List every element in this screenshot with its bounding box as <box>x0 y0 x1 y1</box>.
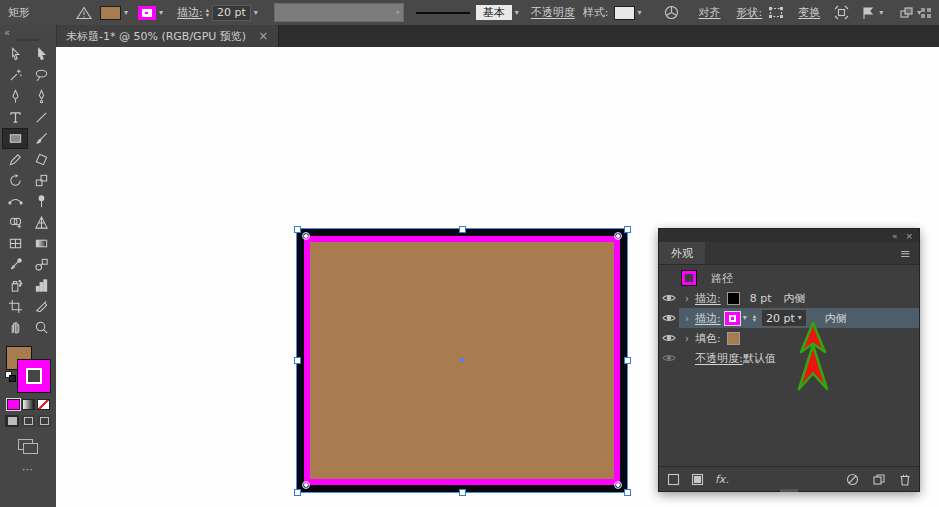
zoom-tool[interactable] <box>28 317 54 338</box>
symbol-sprayer-tool[interactable] <box>2 275 28 296</box>
stroke-color-control[interactable]: ▾ <box>138 6 163 20</box>
chevron-down-icon[interactable]: ▾ <box>743 314 747 322</box>
pencil-tool[interactable] <box>2 149 28 170</box>
recolor-artwork-icon[interactable] <box>664 5 679 20</box>
brush-definition-dropdown[interactable]: 基本 ▾ <box>416 5 519 20</box>
panel-menu-icon[interactable]: ≡ <box>900 246 911 261</box>
screen-mode-button[interactable] <box>18 439 38 453</box>
close-panel-icon[interactable]: × <box>905 231 913 241</box>
fill-row[interactable]: › 填色: <box>659 328 919 348</box>
stroke-weight-stepper[interactable]: ▴ ▾ <box>753 314 756 323</box>
pen-tool[interactable] <box>2 86 28 107</box>
draw-normal-button[interactable] <box>5 415 19 427</box>
expander-icon[interactable]: › <box>679 293 695 304</box>
expander-icon[interactable]: › <box>679 313 695 324</box>
slice-tool[interactable] <box>28 296 54 317</box>
puppet-warp-tool[interactable] <box>28 191 54 212</box>
curvature-tool[interactable] <box>28 86 54 107</box>
style-swatch[interactable] <box>614 6 635 20</box>
stroke-weight-field[interactable]: 20 pt <box>212 5 251 21</box>
select-similar-control[interactable]: ▾ <box>861 6 883 20</box>
width-tool[interactable] <box>2 191 28 212</box>
draw-behind-button[interactable] <box>21 415 35 427</box>
document-tab[interactable]: 未标题-1* @ 50% (RGB/GPU 预览) × <box>56 25 279 47</box>
selection-handle[interactable] <box>459 226 466 233</box>
style-dropdown[interactable]: ▾ <box>614 6 642 20</box>
chevron-down-icon[interactable]: ▾ <box>638 9 642 17</box>
artboard-tool[interactable] <box>2 296 28 317</box>
arrange-icon[interactable] <box>899 6 914 20</box>
chevron-down-icon[interactable]: ▾ <box>879 9 883 17</box>
canvas[interactable]: « × 外观 ≡ 路径 › 描 <box>56 47 939 507</box>
stroke-weight-stepper[interactable]: ▴ ▾ <box>206 8 209 17</box>
appearance-tab[interactable]: 外观 <box>659 242 705 264</box>
shape-widget-icon[interactable] <box>768 6 784 19</box>
selection-handle[interactable] <box>624 357 631 364</box>
shape-builder-tool[interactable] <box>2 212 28 233</box>
fill-color-swatch[interactable] <box>100 6 121 20</box>
add-new-fill-icon[interactable] <box>691 473 704 486</box>
rectangle-tool[interactable] <box>2 128 28 149</box>
stroke-20pt-color-control[interactable]: ▾ <box>725 312 747 325</box>
expander-icon[interactable]: › <box>679 333 695 344</box>
duplicate-item-icon[interactable] <box>872 473 886 486</box>
selection-handle[interactable] <box>624 226 631 233</box>
chevron-down-icon[interactable]: ▾ <box>159 9 163 17</box>
panel-resize-grip[interactable] <box>780 489 798 492</box>
eraser-tool[interactable] <box>28 149 54 170</box>
hand-tool[interactable] <box>2 317 28 338</box>
direct-selection-tool[interactable] <box>2 44 28 65</box>
stroke-link[interactable]: 描边: <box>695 291 721 306</box>
visibility-eye-icon[interactable] <box>659 333 679 343</box>
default-fill-stroke-icon[interactable] <box>5 371 16 382</box>
selection-handle[interactable] <box>294 226 301 233</box>
magic-wand-tool[interactable] <box>2 65 28 86</box>
stroke-20pt-swatch[interactable] <box>725 312 740 325</box>
isolate-object-icon[interactable] <box>834 5 849 20</box>
line-segment-tool[interactable] <box>28 107 54 128</box>
rotate-tool[interactable] <box>2 170 28 191</box>
lasso-tool[interactable] <box>28 65 54 86</box>
opacity-row[interactable]: 不透明度: 默认值 <box>659 348 919 368</box>
eyedropper-tool[interactable] <box>2 254 28 275</box>
gradient-button[interactable] <box>22 399 35 410</box>
opacity-link[interactable]: 不透明度 <box>531 5 575 20</box>
mesh-tool[interactable] <box>2 233 28 254</box>
align-link[interactable]: 对齐 <box>699 5 721 20</box>
stroke-20pt-row[interactable]: › 描边: ▾ ▴ ▾ 20 pt ▾ 内侧 <box>659 308 919 328</box>
color-button[interactable] <box>7 399 20 410</box>
blend-tool[interactable] <box>28 254 54 275</box>
gradient-tool[interactable] <box>28 233 54 254</box>
arrange-control[interactable]: ▾ <box>899 6 921 20</box>
close-tab-icon[interactable]: × <box>258 29 268 43</box>
path-row[interactable]: 路径 <box>659 268 919 288</box>
toolbar-drag-handle[interactable] <box>17 39 39 41</box>
type-tool[interactable] <box>2 107 28 128</box>
brush-name[interactable]: 基本 <box>476 5 512 20</box>
opacity-link[interactable]: 不透明度: <box>695 351 743 366</box>
stroke-panel-link[interactable]: 描边: <box>177 5 203 20</box>
selection-handle[interactable] <box>624 489 631 496</box>
toolbar-stroke-swatch[interactable] <box>18 360 50 392</box>
collapse-panel-icon[interactable]: « <box>892 231 898 241</box>
scale-tool[interactable] <box>28 170 54 191</box>
transform-link[interactable]: 变换 <box>798 5 820 20</box>
width-profile-dropdown[interactable]: ▾ <box>274 3 404 22</box>
paintbrush-tool[interactable] <box>28 128 54 149</box>
stepper-down-icon[interactable]: ▾ <box>753 318 756 323</box>
draw-inside-button[interactable] <box>37 415 51 427</box>
stroke-link[interactable]: 描边: <box>695 311 721 326</box>
add-effect-button[interactable]: fx. <box>715 473 729 486</box>
add-new-stroke-icon[interactable] <box>667 473 680 486</box>
corner-widget[interactable] <box>302 481 310 489</box>
stroke-8pt-row[interactable]: › 描边: 8 pt 内侧 <box>659 288 919 308</box>
fill-swatch[interactable] <box>727 332 740 345</box>
corner-widget[interactable] <box>614 481 622 489</box>
visibility-eye-icon[interactable] <box>659 313 679 323</box>
delete-item-icon[interactable] <box>899 473 911 486</box>
selection-handle[interactable] <box>294 489 301 496</box>
fill-label[interactable]: 填色: <box>695 331 721 346</box>
chevron-down-icon[interactable]: ▾ <box>515 9 519 17</box>
fill-color-control[interactable]: ▾ <box>100 6 128 20</box>
selection-tool[interactable] <box>28 44 54 65</box>
